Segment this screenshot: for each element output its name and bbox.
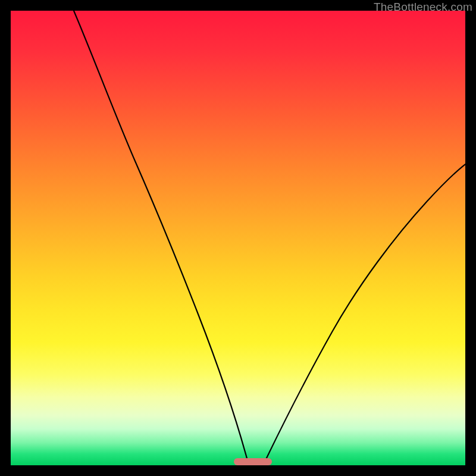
- watermark-text: TheBottleneck.com: [374, 1, 472, 14]
- bottleneck-curve: [11, 11, 465, 465]
- plot-area: [11, 11, 465, 465]
- chart-frame: TheBottleneck.com: [0, 0, 476, 476]
- optimal-point-marker: [234, 458, 272, 465]
